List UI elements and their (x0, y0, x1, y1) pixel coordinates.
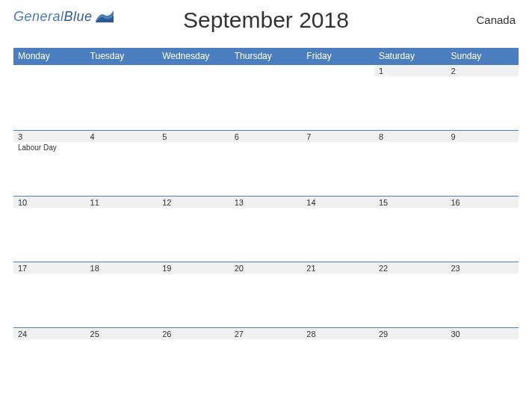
day-cell (13, 274, 86, 327)
day-number: 3 (13, 130, 86, 142)
day-number: 19 (158, 262, 230, 274)
day-number: 28 (302, 327, 374, 339)
day-cell (230, 76, 303, 130)
day-number: 10 (13, 196, 86, 208)
day-cell (86, 76, 158, 130)
day-number: 17 (13, 262, 86, 274)
calendar-region: Canada (476, 13, 516, 26)
day-number: 16 (446, 196, 519, 208)
day-number: 27 (230, 327, 303, 339)
day-cell (302, 208, 374, 262)
day-number: 18 (86, 262, 158, 274)
day-number: 24 (13, 327, 86, 339)
calendar-header: GeneralBlue September 2018 Canada (13, 7, 519, 43)
logo: GeneralBlue (13, 9, 114, 25)
day-cell (374, 208, 447, 262)
day-cell (86, 142, 158, 196)
day-number: 29 (374, 327, 447, 339)
weekday-header-row: Monday Tuesday Wednesday Thursday Friday… (13, 48, 519, 64)
day-cell (374, 339, 447, 393)
weekday-header: Monday (13, 48, 86, 64)
day-cell (446, 142, 519, 196)
day-cell (86, 274, 158, 327)
day-number (158, 64, 230, 76)
week-body (13, 76, 519, 130)
day-cell (302, 339, 374, 393)
day-number: 6 (230, 130, 303, 142)
day-cell (13, 76, 86, 130)
day-cell (374, 76, 447, 130)
day-cell (158, 76, 230, 130)
day-cell (302, 274, 374, 327)
day-cell (158, 142, 230, 196)
day-cell (446, 208, 519, 262)
weekday-header: Friday (302, 48, 374, 64)
day-cell (302, 76, 374, 130)
day-cell (158, 339, 230, 393)
logo-text: GeneralBlue (13, 9, 93, 25)
day-cell: Labour Day (13, 142, 86, 196)
week-row: 24 25 26 27 28 29 30 (13, 327, 519, 339)
day-number: 22 (374, 262, 447, 274)
day-number (13, 64, 86, 76)
day-number: 4 (86, 130, 158, 142)
day-number: 1 (374, 64, 447, 76)
day-cell (446, 274, 519, 327)
day-number: 11 (86, 196, 158, 208)
week-row: 10 11 12 13 14 15 16 (13, 196, 519, 208)
day-cell (13, 339, 86, 393)
day-number: 7 (302, 130, 374, 142)
day-number: 5 (158, 130, 230, 142)
week-body (13, 339, 519, 393)
day-cell (158, 274, 230, 327)
day-cell (374, 274, 447, 327)
day-cell (230, 274, 303, 327)
week-body (13, 274, 519, 327)
day-number: 15 (374, 196, 447, 208)
day-number (302, 64, 374, 76)
day-number: 2 (446, 64, 519, 76)
week-body (13, 208, 519, 262)
day-cell (86, 339, 158, 393)
day-number (86, 64, 158, 76)
day-number: 14 (302, 196, 374, 208)
day-number: 25 (86, 327, 158, 339)
day-number: 8 (374, 130, 447, 142)
week-row: 3 4 5 6 7 8 9 (13, 130, 519, 142)
week-body: Labour Day (13, 142, 519, 196)
day-number: 13 (230, 196, 303, 208)
weekday-header: Sunday (446, 48, 519, 64)
weekday-header: Thursday (230, 48, 303, 64)
day-number: 9 (446, 130, 519, 142)
day-cell (374, 142, 447, 196)
day-number: 21 (302, 262, 374, 274)
weekday-header: Saturday (374, 48, 447, 64)
day-number: 12 (158, 196, 230, 208)
calendar-title: September 2018 (183, 7, 349, 33)
day-number: 23 (446, 262, 519, 274)
day-cell (230, 208, 303, 262)
day-number: 26 (158, 327, 230, 339)
day-number: 20 (230, 262, 303, 274)
day-cell (302, 142, 374, 196)
week-row: 1 2 (13, 64, 519, 76)
day-number: 30 (446, 327, 519, 339)
day-cell (230, 142, 303, 196)
day-cell (446, 76, 519, 130)
day-cell (158, 208, 230, 262)
week-row: 17 18 19 20 21 22 23 (13, 262, 519, 274)
weekday-header: Wednesday (158, 48, 230, 64)
day-cell (230, 339, 303, 393)
day-cell (446, 339, 519, 393)
day-cell (13, 208, 86, 262)
logo-wave-icon (96, 10, 114, 25)
day-cell (86, 208, 158, 262)
day-number (230, 64, 303, 76)
weekday-header: Tuesday (86, 48, 158, 64)
calendar-grid: Monday Tuesday Wednesday Thursday Friday… (13, 48, 519, 393)
